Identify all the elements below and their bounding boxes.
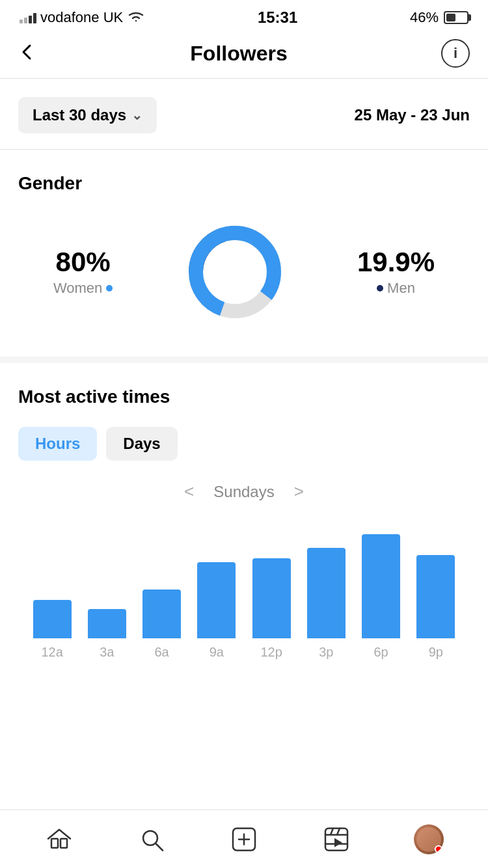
bar-time-label: 3a	[79, 645, 134, 660]
gender-section: Gender 80% Women	[0, 150, 488, 357]
bar	[33, 600, 72, 638]
status-left: vodafone UK	[20, 9, 145, 27]
women-percent: 80%	[53, 247, 113, 277]
bar	[142, 590, 181, 638]
women-label: Women	[53, 280, 113, 297]
search-icon	[138, 826, 165, 853]
svg-line-13	[337, 828, 340, 835]
nav-home[interactable]	[36, 820, 82, 859]
gender-title: Gender	[18, 173, 470, 194]
women-dot	[106, 285, 113, 292]
svg-rect-4	[51, 839, 58, 848]
chevron-down-icon: ⌄	[131, 107, 142, 123]
profile-avatar	[414, 824, 444, 854]
prev-day-button[interactable]: <	[184, 481, 194, 502]
svg-point-3	[204, 241, 266, 303]
current-day-label: Sundays	[213, 483, 274, 501]
day-nav: < Sundays >	[18, 481, 470, 502]
women-stat: 80% Women	[53, 247, 113, 297]
gender-content: 80% Women	[18, 213, 470, 337]
nav-search[interactable]	[129, 820, 174, 859]
bottom-nav	[0, 809, 488, 868]
bar-chart: 12a3a6a9a12p3p6p9p	[18, 521, 470, 660]
bars-container	[25, 521, 463, 638]
bar-col	[135, 590, 189, 638]
nav-add[interactable]	[221, 820, 267, 859]
bar	[88, 609, 126, 638]
bar-time-label: 12a	[25, 645, 79, 660]
bar-col	[244, 558, 299, 638]
svg-rect-5	[61, 839, 67, 848]
nav-reels[interactable]	[314, 820, 359, 859]
bar-col	[79, 609, 134, 638]
tab-row: Hours Days	[18, 427, 470, 461]
period-dropdown[interactable]: Last 30 days ⌄	[18, 97, 157, 133]
date-filter-row: Last 30 days ⌄ 25 May - 23 Jun	[0, 79, 488, 150]
date-range-label: 25 May - 23 Jun	[355, 106, 470, 124]
bar-time-label: 9p	[409, 645, 463, 660]
active-times-title: Most active times	[18, 387, 470, 407]
bar-time-label: 6p	[354, 645, 409, 660]
bar-time-label: 3p	[299, 645, 353, 660]
svg-line-7	[156, 844, 163, 850]
section-divider	[0, 357, 488, 363]
bar	[416, 555, 455, 638]
bar-col	[25, 600, 79, 638]
bar-col	[409, 555, 463, 638]
bar-time-label: 12p	[244, 645, 299, 660]
svg-line-12	[331, 828, 333, 835]
bar-col	[354, 534, 409, 638]
notification-dot	[435, 845, 442, 853]
header: Followers i	[0, 33, 488, 79]
status-bar: vodafone UK 15:31 46%	[0, 0, 488, 33]
men-stat: 19.9% Men	[357, 247, 435, 297]
reels-icon	[323, 826, 350, 853]
bar-time-label: 9a	[189, 645, 244, 660]
active-times-section: Most active times Hours Days < Sundays >…	[0, 363, 488, 673]
men-percent: 19.9%	[357, 247, 435, 277]
status-right: 46%	[410, 9, 468, 26]
bar	[197, 562, 236, 638]
clock: 15:31	[258, 8, 297, 27]
battery-icon	[444, 11, 468, 24]
carrier-label: vodafone UK	[40, 9, 123, 26]
next-day-button[interactable]: >	[294, 481, 304, 502]
signal-icon	[20, 12, 36, 23]
bar	[307, 548, 346, 638]
bar	[362, 534, 400, 638]
svg-point-6	[143, 831, 157, 845]
wifi-icon	[127, 9, 145, 27]
back-button[interactable]	[18, 43, 36, 64]
bar-time-label: 6a	[135, 645, 189, 660]
bar-labels: 12a3a6a9a12p3p6p9p	[25, 645, 463, 660]
info-button[interactable]: i	[441, 39, 470, 68]
gender-donut-chart	[183, 220, 287, 324]
tab-hours[interactable]: Hours	[18, 427, 97, 461]
page-title: Followers	[190, 42, 287, 66]
home-icon	[46, 826, 73, 853]
tab-days[interactable]: Days	[106, 427, 177, 461]
men-label: Men	[357, 280, 435, 297]
men-dot	[377, 285, 383, 292]
plus-square-icon	[230, 826, 258, 853]
bar	[252, 558, 291, 638]
bar-col	[299, 548, 353, 638]
bar-col	[189, 562, 244, 638]
nav-profile[interactable]	[406, 820, 452, 859]
svg-marker-14	[334, 838, 342, 847]
battery-percent: 46%	[410, 9, 439, 26]
